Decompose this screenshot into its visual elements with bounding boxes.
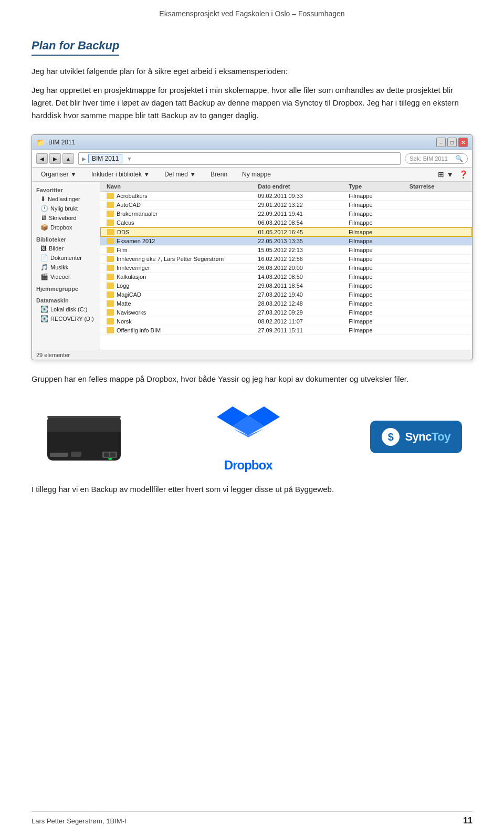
sidebar-item-dropbox[interactable]: 📦Dropbox: [32, 223, 100, 232]
folder-icon: [107, 283, 114, 289]
folder-icon: [107, 309, 114, 316]
folder-icon-title: 📁: [36, 138, 45, 147]
section-title: Plan for Backup: [32, 39, 119, 56]
maximize-button[interactable]: □: [447, 138, 457, 147]
table-row[interactable]: MagiCAD 27.03.2012 19:40 Filmappe: [100, 290, 472, 299]
view-icons[interactable]: ⊞ ▼: [438, 170, 454, 179]
search-placeholder: Søk: BIM 2011: [410, 155, 448, 162]
table-row[interactable]: Kalkulasjon 14.03.2012 08:50 Filmappe: [100, 273, 472, 281]
toolbar-include[interactable]: Inkluder i bibliotek ▼: [87, 169, 154, 180]
svg-rect-3: [50, 453, 68, 457]
file-date: 16.02.2012 12:56: [256, 256, 346, 262]
file-name-cell: Innlevering uke 7, Lars Petter Segerstrø…: [104, 256, 256, 262]
address-box[interactable]: ▶ BIM 2011 ▼: [78, 152, 401, 165]
homegroup-title: Hjemmegruppe: [32, 285, 100, 293]
sidebar-item-documents[interactable]: 📄Dokumenter: [32, 253, 100, 263]
table-row[interactable]: Film 15.05.2012 22:13 Filmappe: [100, 246, 472, 255]
folder-icon: [107, 291, 114, 298]
table-row[interactable]: Calcus 06.03.2012 08:54 Filmappe: [100, 218, 472, 227]
folder-icon: [107, 274, 114, 280]
up-button[interactable]: ▲: [62, 153, 74, 164]
file-date: 08.02.2012 11:07: [256, 318, 346, 325]
sidebar-item-pictures[interactable]: 🖼Bilder: [32, 244, 100, 253]
table-row[interactable]: Acrobatkurs 09.02.2011 09:33 Filmappe: [100, 192, 472, 201]
file-date: 26.03.2012 20:00: [256, 265, 346, 271]
svg-rect-2: [47, 425, 121, 432]
back-button[interactable]: ◀: [36, 153, 48, 164]
search-icon: 🔍: [455, 155, 463, 162]
table-row[interactable]: AutoCAD 29.01.2012 13:22 Filmappe: [100, 201, 472, 210]
folder-icon: [107, 193, 114, 199]
file-name: Film: [117, 247, 128, 253]
page-footer: Lars Petter Segerstrøm, 1BIM-I 11: [32, 811, 472, 825]
file-type: Filmappe: [346, 238, 407, 244]
table-row[interactable]: Logg 29.08.2011 18:54 Filmappe: [100, 281, 472, 290]
file-name-cell: Norsk: [104, 318, 256, 325]
file-list-header: Navn Dato endret Type Størrelse: [100, 182, 472, 192]
file-type: Filmappe: [346, 256, 407, 262]
col-name[interactable]: Navn: [104, 183, 256, 190]
table-row[interactable]: Matte 28.03.2012 12:48 Filmappe: [100, 299, 472, 308]
sidebar-item-recovery[interactable]: 💽RECOVERY (D:): [32, 314, 100, 323]
file-date: 27.09.2011 15:11: [256, 327, 346, 333]
file-name-cell: Navisworks: [104, 309, 256, 316]
file-type: Filmappe: [346, 283, 407, 289]
folder-icon: [107, 211, 114, 217]
table-row[interactable]: Brukermanualer 22.09.2011 19:41 Filmappe: [100, 210, 472, 218]
file-name-cell: Film: [104, 247, 256, 253]
table-row[interactable]: DDS 01.05.2012 16:45 Filmappe: [100, 227, 472, 237]
toolbar-share[interactable]: Del med ▼: [160, 169, 201, 180]
toolbar-burn[interactable]: Brenn: [206, 169, 232, 180]
file-name: AutoCAD: [117, 202, 141, 208]
file-type: Filmappe: [346, 202, 407, 208]
file-type: Filmappe: [346, 211, 407, 217]
folder-icon: [107, 220, 114, 226]
sidebar-section-libraries: Biblioteker 🖼Bilder 📄Dokumenter 🎵Musikk …: [32, 235, 100, 281]
table-row[interactable]: Innlevering uke 7, Lars Petter Segerstrø…: [100, 255, 472, 264]
file-name-cell: Matte: [104, 300, 256, 307]
footer-author: Lars Petter Segerstrøm, 1BIM-I: [32, 817, 127, 825]
sidebar-item-recent[interactable]: 🕐Nylig brukt: [32, 204, 100, 213]
folder-icon: [107, 229, 114, 235]
table-row[interactable]: Offentlig info BIM 27.09.2011 15:11 Film…: [100, 326, 472, 335]
file-name: Calcus: [117, 220, 134, 226]
toolbar-organiser[interactable]: Organiser ▼: [36, 169, 81, 180]
file-date: 28.03.2012 12:48: [256, 300, 346, 307]
sidebar-item-downloads[interactable]: ⬇Nedlastinger: [32, 194, 100, 204]
file-type: Filmappe: [346, 309, 407, 316]
file-date: 27.03.2012 19:40: [256, 291, 346, 298]
file-type: Filmappe: [346, 300, 407, 307]
minimize-button[interactable]: –: [436, 138, 446, 147]
col-date[interactable]: Dato endret: [256, 183, 346, 190]
file-date: 27.03.2012 09:29: [256, 309, 346, 316]
hdd-image: [42, 405, 126, 468]
file-name: DDS: [117, 229, 129, 235]
sidebar-item-desktop[interactable]: 🖥Skrivebord: [32, 213, 100, 223]
col-type[interactable]: Type: [346, 183, 407, 190]
table-row[interactable]: Eksamen 2012 22.05.2013 13:35 Filmappe: [100, 237, 472, 246]
page-header: Eksamensprosjekt ved Fagskolen i Oslo – …: [0, 0, 504, 23]
titlebar-left: 📁 BIM 2011: [36, 138, 75, 147]
favorites-title: Favoritter: [32, 186, 100, 194]
table-row[interactable]: Navisworks 27.03.2012 09:29 Filmappe: [100, 308, 472, 317]
table-row[interactable]: Norsk 08.02.2012 11:07 Filmappe: [100, 317, 472, 326]
help-icon[interactable]: ❓: [459, 170, 468, 179]
folder-icon: [107, 265, 114, 271]
file-name-cell: Brukermanualer: [104, 211, 256, 217]
dropbox-image: Dropbox: [217, 401, 280, 473]
table-row[interactable]: Innleveringer 26.03.2012 20:00 Filmappe: [100, 264, 472, 273]
sidebar-item-local-c[interactable]: 💽Lokal disk (C:): [32, 305, 100, 314]
file-date: 29.01.2012 13:22: [256, 202, 346, 208]
search-box[interactable]: Søk: BIM 2011 🔍: [405, 153, 468, 164]
sidebar-section-favorites: Favoritter ⬇Nedlastinger 🕐Nylig brukt 🖥S…: [32, 186, 100, 232]
toolbar-new-folder[interactable]: Ny mappe: [237, 169, 276, 180]
file-type: Filmappe: [346, 318, 407, 325]
forward-button[interactable]: ▶: [49, 153, 61, 164]
folder-icon: [107, 300, 114, 307]
sidebar-item-music[interactable]: 🎵Musikk: [32, 263, 100, 272]
col-size[interactable]: Størrelse: [407, 183, 468, 190]
close-button[interactable]: ✕: [458, 138, 468, 147]
libraries-title: Biblioteker: [32, 235, 100, 244]
sidebar-item-videos[interactable]: 🎬Videoer: [32, 272, 100, 281]
file-type: Filmappe: [346, 193, 407, 199]
